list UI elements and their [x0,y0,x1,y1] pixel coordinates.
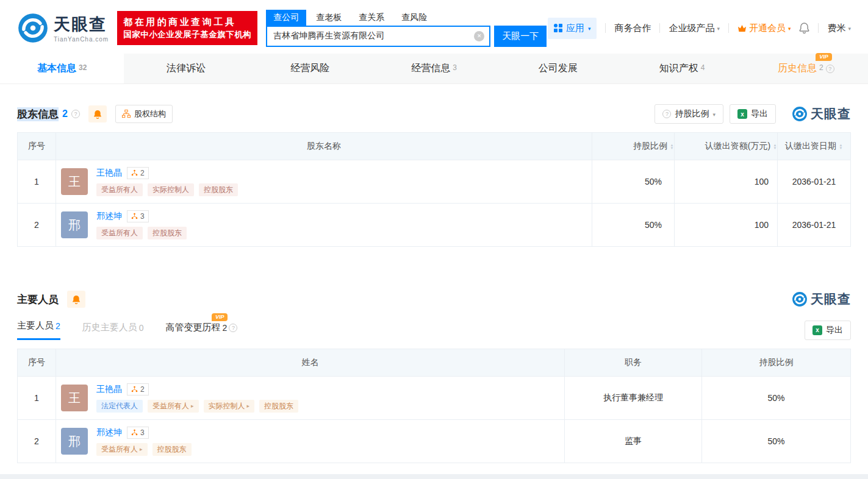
username-label: 费米 [827,23,845,34]
related-companies-badge[interactable]: 3 [127,427,149,439]
subscribe-bell-button[interactable] [88,105,107,122]
tab-label: 经营信息 [411,62,450,75]
subscribe-bell-button[interactable] [67,291,85,308]
help-icon[interactable]: ? [71,110,80,118]
subscribed-amount: 100 [674,204,777,246]
person-identity: 王艳晶 2 法定代表人 [96,383,298,413]
search-tab-risk[interactable]: 查风险 [394,10,434,26]
subtab-executive-changes[interactable]: VIP 高管变更历程 2 ? [166,322,238,340]
person-identity: 邢述坤 3 [96,427,192,456]
tags: 受益所有人 控股股东 [96,227,187,240]
export-button[interactable]: x 导出 [730,104,776,124]
shareholder-name-link[interactable]: 王艳晶 [96,168,122,179]
org-chart-icon [131,386,138,392]
logo-text: 天眼查 TianYanCha.com [54,13,109,43]
tab-business-info[interactable]: 经营信息 3 [372,54,496,83]
tab-intellectual-property[interactable]: 知识产权 4 [620,54,744,83]
company-detail-tabs: 基本信息 32 法律诉讼 经营风险 经营信息 3 公司发展 知识产权 4 VIP… [0,54,868,84]
related-companies-badge[interactable]: 2 [127,167,149,179]
shareholder-name-link[interactable]: 邢述坤 [96,211,122,222]
related-companies-badge[interactable]: 3 [127,210,149,222]
search-tab-relation[interactable]: 查关系 [351,10,392,26]
nav-open-vip[interactable]: 开通会员 ▾ [737,23,791,34]
tag-controlling-shareholder[interactable]: 控股股东 [148,227,187,240]
tab-company-development[interactable]: 公司发展 [496,54,620,83]
search-tab-boss[interactable]: 查老板 [309,10,349,26]
column-header-subscribed-date[interactable]: 认缴出资日期 ▲▼ [777,133,850,160]
shareholder-row: 2 邢 邢述坤 3 [18,203,850,246]
tab-legal-proceedings[interactable]: 法律诉讼 [124,54,248,83]
nav-divider [605,23,606,33]
tag-actual-controller[interactable]: 实际控制人 ▸ [204,400,255,413]
personnel-row: 2 邢 邢述坤 3 [18,419,850,463]
avatar[interactable]: 邢 [61,211,88,238]
promo-banner: 都在用的商业查询工具 国家中小企业发展子基金旗下机构 [117,11,257,44]
tab-operating-risk[interactable]: 经营风险 [248,54,372,83]
avatar[interactable]: 邢 [61,428,88,455]
help-icon[interactable]: ? [826,65,834,73]
person-position: 监事 [564,420,701,463]
clear-search-icon[interactable]: ✕ [474,31,484,41]
notifications-bell-icon[interactable] [799,23,809,34]
tianyancha-logo[interactable]: 天眼查 TianYanCha.com [17,12,109,44]
search-button[interactable]: 天眼一下 [494,26,547,47]
apps-grid-icon [554,24,562,32]
equity-structure-button[interactable]: 股权结构 [115,105,173,123]
related-companies-badge[interactable]: 2 [127,383,149,396]
search-input[interactable] [266,26,490,47]
crown-icon [737,24,747,32]
row-index: 2 [18,436,56,446]
shareholders-tools: ? 持股比例 ▾ x 导出 [655,104,851,124]
badge-count: 2 [140,385,145,394]
promo-banner-line2: 国家中小企业发展子基金旗下机构 [123,29,251,41]
promo-banner-line1: 都在用的商业查询工具 [123,15,251,29]
help-icon[interactable]: ? [229,324,237,332]
column-header-ratio[interactable]: 持股比例 ▲▼ [592,133,674,160]
sort-icon[interactable]: ▲▼ [670,143,674,149]
nav-divider [818,23,819,33]
nav-user-menu[interactable]: 费米 ▾ [827,23,851,34]
column-header-subscribed-amount[interactable]: 认缴出资额(万元) ▲▼ [674,133,777,160]
sort-icon[interactable]: ▲▼ [839,143,843,149]
equity-structure-label: 股权结构 [134,108,166,119]
tag-beneficial-owner[interactable]: 受益所有人 [96,183,143,196]
excel-icon: x [812,325,822,335]
column-header-position: 职务 [564,349,701,376]
personnel-subtabs-row: 主要人员 2 历史主要人员 0 VIP 高管变更历程 2 ? x [17,320,851,340]
avatar[interactable]: 王 [61,385,88,411]
shareholder-row: 1 王 王艳晶 2 [18,160,850,203]
org-chart-icon [131,429,138,436]
person-name-link[interactable]: 邢述坤 [96,427,122,438]
sort-icon[interactable]: ▲▼ [773,143,777,149]
nav-enterprise-products[interactable]: 企业级产品 ▾ [669,23,720,34]
export-button[interactable]: x 导出 [805,321,851,340]
tag-controlling-shareholder[interactable]: 控股股东 [199,183,238,196]
nav-business-cooperation[interactable]: 商务合作 [614,23,651,34]
tianyancha-logo-icon [17,12,49,44]
personnel-row: 1 王 王艳晶 2 [18,376,850,419]
tab-basic-info[interactable]: 基本信息 32 [0,54,124,83]
shareholders-table-header: 序号 股东名称 持股比例 ▲▼ 认缴出资额(万元) ▲▼ [18,133,850,160]
chevron-down-icon: ▾ [588,26,591,32]
subtab-count: 0 [139,323,144,333]
tag-beneficial-owner[interactable]: 受益所有人 ▸ [96,443,148,456]
search-row: ✕ 天眼一下 [266,26,547,47]
tab-history-info[interactable]: VIP 历史信息 2 ? [744,54,868,83]
subtab-key-personnel[interactable]: 主要人员 2 [17,320,60,340]
apps-menu-button[interactable]: 应用 ▾ [548,18,597,39]
tag-actual-controller[interactable]: 实际控制人 [148,183,194,196]
tab-label: 公司发展 [539,62,578,75]
tag-beneficial-owner[interactable]: 受益所有人 ▸ [148,400,199,413]
ratio-filter-dropdown[interactable]: ? 持股比例 ▾ [655,104,723,124]
tag-beneficial-owner[interactable]: 受益所有人 [96,227,143,240]
tab-label: 经营风险 [290,62,329,75]
tag-controlling-shareholder[interactable]: 控股股东 [152,443,192,456]
tag-legal-representative[interactable]: 法定代表人 [96,400,143,413]
avatar[interactable]: 王 [61,168,88,195]
person-name-link[interactable]: 王艳晶 [96,384,122,395]
search-tab-company[interactable]: 查公司 [266,10,306,26]
subtab-historical-personnel[interactable]: 历史主要人员 0 [82,322,144,340]
tag-controlling-shareholder[interactable]: 控股股东 [259,400,298,413]
expand-arrow-icon: ▸ [191,403,194,410]
personnel-table: 序号 姓名 职务 持股比例 1 王 王艳晶 [17,349,851,463]
